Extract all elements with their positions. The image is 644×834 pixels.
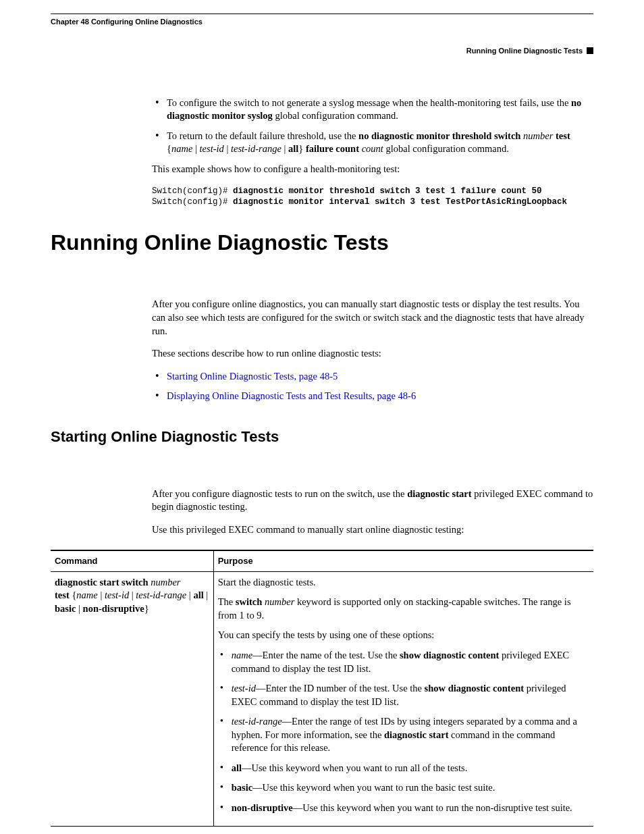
chapter-label: Chapter 48 Configuring Online Diagnostic… (51, 17, 203, 27)
list-item: test-id-range—Enter the range of test ID… (218, 715, 589, 755)
table-header-row: Command Purpose (51, 550, 593, 571)
header-decoration (587, 47, 593, 54)
starting-section: After you configure diagnostic tests to … (152, 488, 593, 537)
list-item: name—Enter the name of the test. Use the… (218, 649, 589, 675)
cell-command: diagnostic start switch number test {nam… (51, 571, 213, 826)
chapter-header: Chapter 48 Configuring Online Diagnostic… (51, 17, 593, 27)
command-table: Command Purpose diagnostic start switch … (51, 550, 593, 826)
top-content: To configure the switch to not generate … (152, 97, 593, 209)
list-item: Displaying Online Diagnostic Tests and T… (152, 390, 593, 403)
section-links-list: Starting Online Diagnostic Tests, page 4… (152, 370, 593, 403)
link-starting-tests[interactable]: Starting Online Diagnostic Tests, page 4… (167, 371, 338, 382)
table-row: diagnostic start switch number test {nam… (51, 571, 593, 826)
purpose-options-list: name—Enter the name of the test. Use the… (218, 649, 589, 815)
heading-h2: Starting Online Diagnostic Tests (51, 427, 593, 447)
page: Chapter 48 Configuring Online Diagnostic… (0, 0, 644, 834)
list-item: Starting Online Diagnostic Tests, page 4… (152, 370, 593, 384)
list-item: all—Use this keyword when you want to ru… (218, 762, 589, 775)
list-item: non-disruptive—Use this keyword when you… (218, 802, 589, 815)
running-section: After you configure online diagnostics, … (152, 298, 593, 402)
heading-h1: Running Online Diagnostic Tests (51, 228, 593, 257)
col-header-purpose: Purpose (213, 550, 593, 571)
list-item: test-id—Enter the ID number of the test.… (218, 682, 589, 708)
link-displaying-tests[interactable]: Displaying Online Diagnostic Tests and T… (167, 390, 416, 401)
cell-purpose: Start the diagnostic tests. The switch n… (213, 571, 593, 826)
example-intro: This example shows how to configure a he… (152, 163, 593, 176)
list-item: To return to the default failure thresho… (152, 130, 593, 156)
list-item: basic—Use this keyword when you want to … (218, 781, 589, 795)
paragraph: After you configure diagnostic tests to … (152, 488, 593, 514)
section-label: Running Online Diagnostic Tests (466, 46, 583, 56)
section-header: Running Online Diagnostic Tests (51, 46, 593, 56)
paragraph: These sections describe how to run onlin… (152, 347, 593, 361)
list-item: To configure the switch to not generate … (152, 97, 593, 123)
paragraph: Use this privileged EXEC command to manu… (152, 523, 593, 537)
purpose-p1: Start the diagnostic tests. (218, 576, 589, 590)
code-example: Switch(config)# diagnostic monitor thres… (152, 186, 593, 209)
paragraph: After you configure online diagnostics, … (152, 298, 593, 338)
purpose-p3: You can specify the tests by using one o… (218, 629, 589, 642)
header-rule (51, 14, 593, 14)
config-notes-list: To configure the switch to not generate … (152, 97, 593, 156)
col-header-command: Command (51, 550, 213, 571)
purpose-p2: The switch number keyword is supported o… (218, 596, 589, 622)
